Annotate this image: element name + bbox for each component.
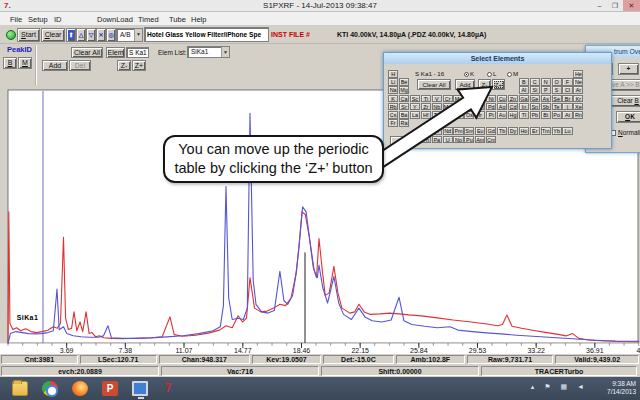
element-pt-button[interactable]: Pt	[486, 111, 496, 119]
element-lu-button[interactable]: Lu	[562, 127, 572, 135]
full-scale-icon[interactable]: ✕	[96, 28, 106, 42]
z-plus-button[interactable]: Z+	[132, 60, 146, 71]
element-li-button[interactable]: Li	[388, 78, 398, 86]
display-settings-icon[interactable]	[132, 381, 148, 396]
element-u-button[interactable]: U	[443, 136, 453, 144]
element-be-button[interactable]: Be	[399, 78, 409, 86]
element-i-button[interactable]: I	[562, 103, 572, 111]
element-ca-button[interactable]: Ca	[399, 95, 409, 103]
element-pd-button[interactable]: Pd	[486, 103, 496, 111]
element-pm-button[interactable]: Pm	[453, 127, 463, 135]
element-rn-button[interactable]: Rn	[573, 111, 583, 119]
element-si-button[interactable]: Si	[530, 86, 540, 94]
dialog-z-minus-button[interactable]: Z-	[478, 79, 491, 90]
element-sc-button[interactable]: Sc	[410, 95, 420, 103]
element-kr-button[interactable]: Kr	[573, 95, 583, 103]
element-hg-button[interactable]: Hg	[508, 111, 518, 119]
element-cl-button[interactable]: Cl	[562, 86, 572, 94]
element-xe-button[interactable]: Xe	[573, 103, 583, 111]
shell-k-radio[interactable]: K	[464, 70, 474, 77]
element-mn-button[interactable]: Mn	[453, 95, 463, 103]
add-button[interactable]: Add	[42, 60, 68, 71]
menu-setup[interactable]: Setup	[28, 15, 48, 24]
menu-help[interactable]: Help	[191, 15, 206, 24]
taskbar-clock[interactable]: 9:38 AM 7/14/2013	[607, 380, 636, 396]
element-yb-button[interactable]: Yb	[552, 127, 562, 135]
element-pr-button[interactable]: Pr	[432, 127, 442, 135]
elem-value-field[interactable]: S Ka1	[126, 47, 149, 58]
clear-button[interactable]: Clear	[41, 28, 65, 42]
zoom-out-icon[interactable]: ▽	[86, 28, 96, 42]
dialog-clear-all-button[interactable]: Clear All	[417, 79, 451, 90]
dialog-add-button[interactable]: Add	[455, 79, 475, 90]
clear-all-button[interactable]: Clear All	[71, 47, 103, 58]
element-pa-button[interactable]: Pa	[432, 136, 442, 144]
minimize-button[interactable]: –	[592, 0, 607, 11]
powerpoint-icon[interactable]: P	[102, 381, 118, 396]
menu-id[interactable]: ID	[54, 15, 62, 24]
system-tray-icons[interactable]: ▴ ⚑ ▦ ◄	[531, 383, 588, 391]
element-mg-button[interactable]: Mg	[399, 86, 409, 94]
element-cs-button[interactable]: Cs	[388, 111, 398, 119]
elem-button[interactable]: Elem	[106, 47, 125, 58]
element-y-button[interactable]: Y	[410, 103, 420, 111]
shell-l-radio[interactable]: L	[487, 70, 496, 77]
spectrum-name-input[interactable]: Hotel Glass Yellow Filter/iPhone Spe	[144, 27, 269, 42]
elem-list-select[interactable]: SiKa1▼	[187, 46, 230, 58]
element-co-button[interactable]: Co	[475, 95, 485, 103]
element-au-button[interactable]: Au	[497, 111, 507, 119]
chevron-down-icon[interactable]: ▼	[134, 29, 142, 41]
element-ru-button[interactable]: Ru	[464, 103, 474, 111]
element-ag-button[interactable]: Ag	[497, 103, 507, 111]
element-se-button[interactable]: Se	[552, 95, 562, 103]
element-cu-button[interactable]: Cu	[497, 95, 507, 103]
element-fr-button[interactable]: Fr	[388, 119, 398, 127]
element-bi-button[interactable]: Bi	[541, 111, 551, 119]
element-ta-button[interactable]: Ta	[432, 111, 442, 119]
menu-file[interactable]: File	[10, 15, 22, 24]
element-pb-button[interactable]: Pb	[530, 111, 540, 119]
scale-up-icon[interactable]: ⬆	[66, 28, 76, 42]
menu-timed[interactable]: Timed	[138, 15, 159, 24]
element-er-button[interactable]: Er	[530, 127, 540, 135]
element-th-button[interactable]: Th	[421, 136, 431, 144]
element-zn-button[interactable]: Zn	[508, 95, 518, 103]
element-rh-button[interactable]: Rh	[475, 103, 485, 111]
element-dy-button[interactable]: Dy	[508, 127, 518, 135]
overlay-ok-button[interactable]: OK	[616, 111, 640, 123]
element-s-button[interactable]: S	[552, 86, 562, 94]
m-button[interactable]: M	[18, 57, 32, 69]
element-ho-button[interactable]: Ho	[519, 127, 529, 135]
element-sm-button[interactable]: Sm	[464, 127, 474, 135]
element-ir-button[interactable]: Ir	[475, 111, 485, 119]
element-al-button[interactable]: Al	[519, 86, 529, 94]
element-hf-button[interactable]: Hf	[421, 111, 431, 119]
element-ti-button[interactable]: Ti	[421, 95, 431, 103]
element-b-button[interactable]: B	[519, 78, 529, 86]
element-tm-button[interactable]: Tm	[541, 127, 551, 135]
element-sn-button[interactable]: Sn	[530, 103, 540, 111]
chrome-icon[interactable]	[42, 381, 58, 396]
dialog-z-plus-button[interactable]: Z+	[492, 79, 505, 90]
element-ce-button[interactable]: Ce	[421, 127, 431, 135]
element-as-button[interactable]: As	[541, 95, 551, 103]
element-gd-button[interactable]: Gd	[486, 127, 496, 135]
overlay-plus-button[interactable]: +	[618, 63, 639, 75]
element-ne-button[interactable]: Ne	[573, 78, 583, 86]
element-c-button[interactable]: C	[530, 78, 540, 86]
element-at-button[interactable]: At	[562, 111, 572, 119]
normalize-checkbox[interactable]: Normalize	[610, 129, 640, 136]
close-button[interactable]: ✕	[623, 0, 640, 11]
element-na-button[interactable]: Na	[388, 86, 398, 94]
chevron-down-icon[interactable]: ▼	[221, 47, 229, 57]
menu-download[interactable]: DownLoad	[97, 15, 133, 24]
dialog-title[interactable]: Select Elements	[384, 53, 611, 64]
element-te-button[interactable]: Te	[552, 103, 562, 111]
element-in-button[interactable]: In	[519, 103, 529, 111]
dialog-ok-button[interactable]: OK	[390, 136, 416, 147]
element-rb-button[interactable]: Rb	[388, 103, 398, 111]
element-zr-button[interactable]: Zr	[421, 103, 431, 111]
element-br-button[interactable]: Br	[562, 95, 572, 103]
s1pxrf-app-icon[interactable]: 7.	[162, 381, 178, 396]
element-tb-button[interactable]: Tb	[497, 127, 507, 135]
